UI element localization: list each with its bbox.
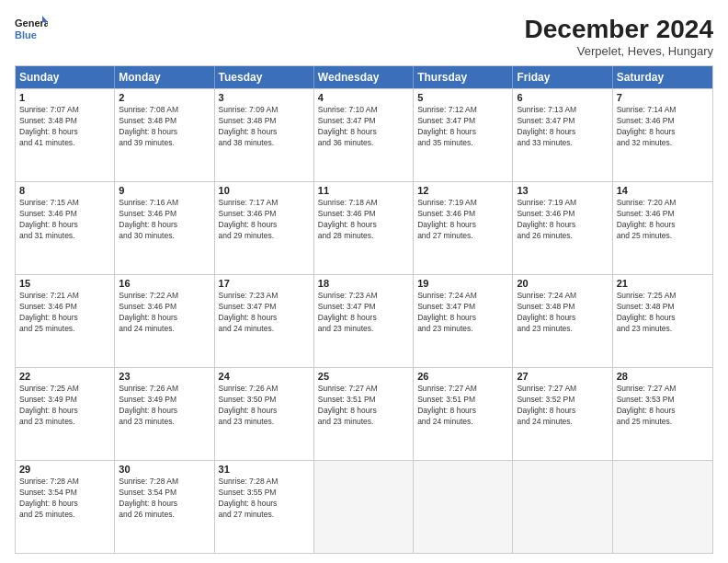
day-number: 25 [318,371,409,382]
day-info: Sunrise: 7:18 AM Sunset: 3:46 PM Dayligh… [318,198,409,242]
day-number: 20 [517,278,608,289]
day-number: 4 [318,92,409,103]
calendar-cell: 15Sunrise: 7:21 AM Sunset: 3:46 PM Dayli… [16,275,115,367]
day-info: Sunrise: 7:28 AM Sunset: 3:54 PM Dayligh… [119,477,210,521]
day-info: Sunrise: 7:28 AM Sunset: 3:55 PM Dayligh… [219,477,310,521]
calendar-cell [613,461,712,553]
day-info: Sunrise: 7:23 AM Sunset: 3:47 PM Dayligh… [318,291,409,335]
header-day-tuesday: Tuesday [215,66,314,88]
day-info: Sunrise: 7:28 AM Sunset: 3:54 PM Dayligh… [19,477,110,521]
day-number: 18 [318,278,409,289]
day-info: Sunrise: 7:26 AM Sunset: 3:49 PM Dayligh… [119,384,210,428]
day-info: Sunrise: 7:22 AM Sunset: 3:46 PM Dayligh… [119,291,210,335]
calendar-cell: 20Sunrise: 7:24 AM Sunset: 3:48 PM Dayli… [513,275,612,367]
day-info: Sunrise: 7:14 AM Sunset: 3:46 PM Dayligh… [617,105,709,149]
day-info: Sunrise: 7:20 AM Sunset: 3:46 PM Dayligh… [617,198,709,242]
title-block: December 2024 Verpelet, Heves, Hungary [525,15,713,58]
calendar-cell: 16Sunrise: 7:22 AM Sunset: 3:46 PM Dayli… [115,275,214,367]
day-number: 24 [219,371,310,382]
day-info: Sunrise: 7:10 AM Sunset: 3:47 PM Dayligh… [318,105,409,149]
day-number: 10 [219,185,310,196]
day-info: Sunrise: 7:25 AM Sunset: 3:48 PM Dayligh… [617,291,709,335]
day-info: Sunrise: 7:25 AM Sunset: 3:49 PM Dayligh… [19,384,110,428]
day-info: Sunrise: 7:21 AM Sunset: 3:46 PM Dayligh… [19,291,110,335]
day-number: 22 [19,371,110,382]
day-number: 3 [219,92,310,103]
calendar-cell [513,461,612,553]
day-info: Sunrise: 7:19 AM Sunset: 3:46 PM Dayligh… [417,198,508,242]
calendar: SundayMondayTuesdayWednesdayThursdayFrid… [15,65,713,554]
day-info: Sunrise: 7:16 AM Sunset: 3:46 PM Dayligh… [119,198,210,242]
calendar-cell: 7Sunrise: 7:14 AM Sunset: 3:46 PM Daylig… [613,89,712,181]
day-info: Sunrise: 7:27 AM Sunset: 3:53 PM Dayligh… [617,384,709,428]
day-number: 11 [318,185,409,196]
day-number: 31 [219,464,310,475]
calendar-cell: 31Sunrise: 7:28 AM Sunset: 3:55 PM Dayli… [215,461,314,553]
calendar-cell: 30Sunrise: 7:28 AM Sunset: 3:54 PM Dayli… [115,461,214,553]
day-number: 13 [517,185,608,196]
day-info: Sunrise: 7:26 AM Sunset: 3:50 PM Dayligh… [219,384,310,428]
day-number: 14 [617,185,709,196]
day-info: Sunrise: 7:08 AM Sunset: 3:48 PM Dayligh… [119,105,210,149]
header-day-wednesday: Wednesday [314,66,414,88]
calendar-week-1: 1Sunrise: 7:07 AM Sunset: 3:48 PM Daylig… [16,88,712,181]
page: General Blue December 2024 Verpelet, Hev… [0,0,728,563]
calendar-cell: 22Sunrise: 7:25 AM Sunset: 3:49 PM Dayli… [16,368,115,460]
calendar-cell: 25Sunrise: 7:27 AM Sunset: 3:51 PM Dayli… [314,368,414,460]
day-number: 21 [617,278,709,289]
calendar-cell: 18Sunrise: 7:23 AM Sunset: 3:47 PM Dayli… [314,275,414,367]
day-number: 26 [417,371,508,382]
calendar-cell: 1Sunrise: 7:07 AM Sunset: 3:48 PM Daylig… [16,89,115,181]
day-info: Sunrise: 7:15 AM Sunset: 3:46 PM Dayligh… [19,198,110,242]
day-info: Sunrise: 7:12 AM Sunset: 3:47 PM Dayligh… [417,105,508,149]
calendar-header: SundayMondayTuesdayWednesdayThursdayFrid… [16,66,712,88]
calendar-cell: 12Sunrise: 7:19 AM Sunset: 3:46 PM Dayli… [414,182,513,274]
header-day-sunday: Sunday [16,66,115,88]
calendar-cell: 14Sunrise: 7:20 AM Sunset: 3:46 PM Dayli… [613,182,712,274]
day-number: 16 [119,278,210,289]
day-number: 2 [119,92,210,103]
header-day-saturday: Saturday [613,66,712,88]
calendar-cell: 19Sunrise: 7:24 AM Sunset: 3:47 PM Dayli… [414,275,513,367]
calendar-cell: 27Sunrise: 7:27 AM Sunset: 3:52 PM Dayli… [513,368,612,460]
day-number: 7 [617,92,709,103]
day-number: 29 [19,464,110,475]
header-day-thursday: Thursday [414,66,513,88]
day-number: 12 [417,185,508,196]
day-info: Sunrise: 7:24 AM Sunset: 3:47 PM Dayligh… [417,291,508,335]
calendar-cell [314,461,414,553]
calendar-cell: 11Sunrise: 7:18 AM Sunset: 3:46 PM Dayli… [314,182,414,274]
calendar-cell: 4Sunrise: 7:10 AM Sunset: 3:47 PM Daylig… [314,89,414,181]
day-number: 5 [417,92,508,103]
day-info: Sunrise: 7:23 AM Sunset: 3:47 PM Dayligh… [219,291,310,335]
calendar-week-3: 15Sunrise: 7:21 AM Sunset: 3:46 PM Dayli… [16,274,712,367]
logo-icon: General Blue [15,15,48,42]
calendar-cell: 17Sunrise: 7:23 AM Sunset: 3:47 PM Dayli… [215,275,314,367]
calendar-cell [414,461,513,553]
day-number: 30 [119,464,210,475]
calendar-cell: 5Sunrise: 7:12 AM Sunset: 3:47 PM Daylig… [414,89,513,181]
calendar-week-2: 8Sunrise: 7:15 AM Sunset: 3:46 PM Daylig… [16,181,712,274]
day-info: Sunrise: 7:09 AM Sunset: 3:48 PM Dayligh… [219,105,310,149]
calendar-cell: 10Sunrise: 7:17 AM Sunset: 3:46 PM Dayli… [215,182,314,274]
day-info: Sunrise: 7:27 AM Sunset: 3:51 PM Dayligh… [417,384,508,428]
calendar-cell: 21Sunrise: 7:25 AM Sunset: 3:48 PM Dayli… [613,275,712,367]
calendar-cell: 28Sunrise: 7:27 AM Sunset: 3:53 PM Dayli… [613,368,712,460]
day-info: Sunrise: 7:13 AM Sunset: 3:47 PM Dayligh… [517,105,608,149]
calendar-cell: 23Sunrise: 7:26 AM Sunset: 3:49 PM Dayli… [115,368,214,460]
calendar-cell: 13Sunrise: 7:19 AM Sunset: 3:46 PM Dayli… [513,182,612,274]
calendar-cell: 26Sunrise: 7:27 AM Sunset: 3:51 PM Dayli… [414,368,513,460]
calendar-body: 1Sunrise: 7:07 AM Sunset: 3:48 PM Daylig… [16,88,712,553]
calendar-cell: 3Sunrise: 7:09 AM Sunset: 3:48 PM Daylig… [215,89,314,181]
calendar-cell: 24Sunrise: 7:26 AM Sunset: 3:50 PM Dayli… [215,368,314,460]
day-number: 17 [219,278,310,289]
day-info: Sunrise: 7:27 AM Sunset: 3:52 PM Dayligh… [517,384,608,428]
calendar-week-4: 22Sunrise: 7:25 AM Sunset: 3:49 PM Dayli… [16,367,712,460]
calendar-cell: 2Sunrise: 7:08 AM Sunset: 3:48 PM Daylig… [115,89,214,181]
day-info: Sunrise: 7:24 AM Sunset: 3:48 PM Dayligh… [517,291,608,335]
day-info: Sunrise: 7:27 AM Sunset: 3:51 PM Dayligh… [318,384,409,428]
calendar-cell: 8Sunrise: 7:15 AM Sunset: 3:46 PM Daylig… [16,182,115,274]
day-number: 9 [119,185,210,196]
day-number: 8 [19,185,110,196]
day-info: Sunrise: 7:17 AM Sunset: 3:46 PM Dayligh… [219,198,310,242]
